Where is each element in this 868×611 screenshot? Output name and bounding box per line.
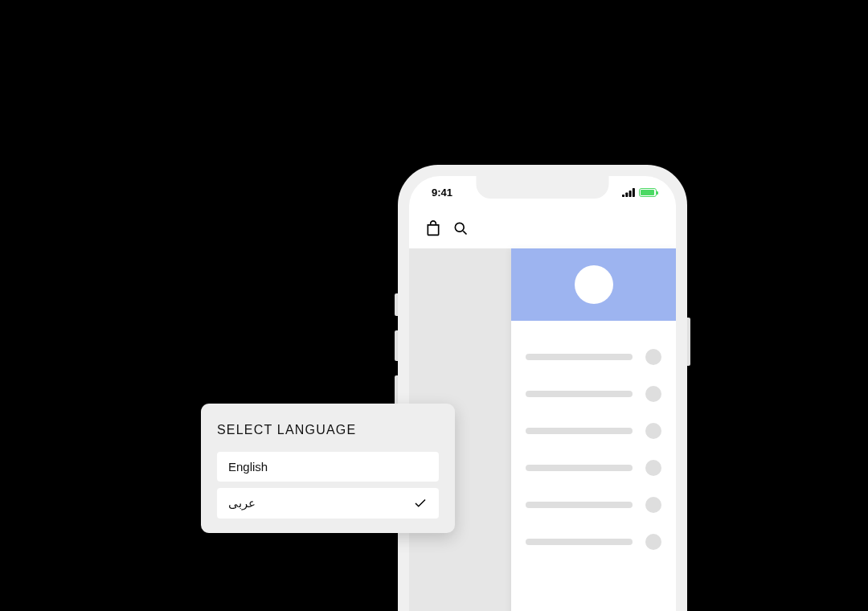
item-icon-placeholder [645,497,661,513]
check-icon [413,496,428,511]
svg-line-5 [463,231,466,234]
item-icon-placeholder [645,349,661,365]
phone-power-button [687,318,690,366]
language-selector-card: SELECT LANGUAGE English عربى [201,404,455,533]
list-item[interactable] [526,449,661,486]
list-item[interactable] [526,486,661,523]
avatar[interactable] [575,265,613,304]
item-label-placeholder [526,354,633,360]
search-icon[interactable] [452,220,469,236]
language-option-arabic[interactable]: عربى [217,488,439,519]
drawer-list [511,321,676,578]
status-time: 9:41 [432,187,452,199]
item-icon-placeholder [645,423,661,439]
list-item[interactable] [526,412,661,449]
item-label-placeholder [526,391,633,397]
svg-rect-1 [625,192,628,197]
bag-icon[interactable] [425,220,441,236]
list-item[interactable] [526,375,661,412]
phone-side-buttons [395,293,398,420]
item-label-placeholder [526,502,633,508]
item-label-placeholder [526,465,633,471]
item-icon-placeholder [645,460,661,476]
signal-icon [622,188,635,197]
svg-rect-0 [622,195,624,197]
language-option-label: عربى [228,496,256,511]
phone-device: 9:41 [398,165,687,611]
status-icons [622,188,657,197]
language-option-label: English [228,460,268,474]
item-icon-placeholder [645,386,661,402]
battery-icon [639,188,657,197]
language-option-english[interactable]: English [217,452,439,482]
item-label-placeholder [526,428,633,434]
phone-notch [477,176,609,199]
list-item[interactable] [526,523,661,560]
item-icon-placeholder [645,534,661,550]
language-selector-title: SELECT LANGUAGE [217,423,439,437]
phone-screen: 9:41 [409,176,676,611]
list-item[interactable] [526,338,661,375]
top-bar [409,208,676,248]
drawer-panel [511,248,676,611]
svg-rect-2 [629,191,632,197]
item-label-placeholder [526,539,633,545]
svg-point-4 [455,223,464,232]
svg-rect-3 [633,188,635,197]
drawer-header [511,248,676,321]
